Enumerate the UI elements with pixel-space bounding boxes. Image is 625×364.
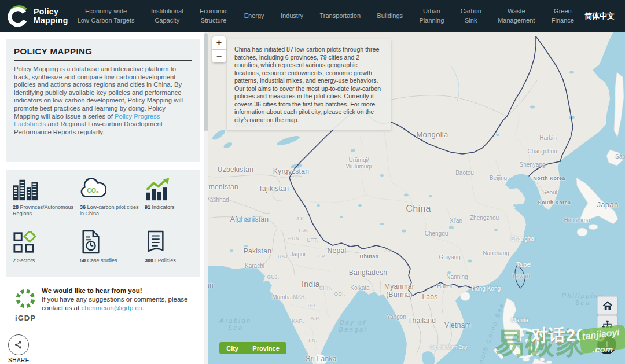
map-label-karachi: Karachi (245, 263, 264, 269)
zoom-out-button[interactable]: − (212, 50, 226, 62)
map-label-jaipur: Jaipur (290, 251, 306, 258)
nav-menu: Economy-wideLow-Carbon TargetsInstitutio… (74, 7, 584, 25)
map-label-guiyang[interactable]: Guiyang (439, 254, 460, 260)
sectors-icon (13, 227, 80, 254)
map-label-taipei: Taipei (516, 262, 531, 268)
map-label-bhutan: Bhutan (360, 253, 379, 259)
map-label-zhengzhou[interactable]: Zhengzhou (470, 215, 499, 221)
stat-label: 300+ Policies (145, 258, 200, 264)
scrollbar-thumb[interactable] (204, 33, 208, 131)
map-label-manila: Manila (511, 317, 528, 323)
map-label-ho-chi-minh-city: Ho Chi Minh City (430, 344, 467, 350)
about-box: POLICY MAPPING Policy Mapping is a datab… (6, 39, 200, 162)
about-text-pre: Policy Mapping is a database and interac… (14, 65, 183, 120)
language-switch[interactable]: 简体中文 (584, 11, 625, 21)
stat-label: 7 Sectors (13, 258, 80, 264)
home-button[interactable] (597, 296, 617, 315)
co2-cloud-icon: CO₂ (80, 174, 145, 201)
map-label-taiwan: Taiwan (512, 273, 530, 280)
city-province-toggle: City Province (219, 342, 286, 354)
map-label-a-p: A.P. (384, 248, 394, 253)
map-label-u-p: U.P. (316, 253, 326, 259)
map-label-h-p: H.P. (299, 227, 308, 233)
stat-label: 91 Indicators (145, 204, 200, 211)
map-label-mongolia: Mongolia (416, 130, 448, 139)
map-label-nepal: Nepal (328, 247, 347, 255)
case-study-icon (80, 227, 145, 254)
map-label-changchun[interactable]: Changchun (527, 148, 557, 155)
map-label-nanchang[interactable]: Nanchang (483, 250, 509, 256)
nav-item-industry[interactable]: Industry (281, 12, 303, 21)
policies-icon (145, 227, 200, 254)
nav-item-institutional-capacity[interactable]: InstitutionalCapacity (151, 7, 183, 25)
map-label-pakistan: Pakistan (244, 247, 271, 255)
nav-item-energy[interactable]: Energy (244, 12, 264, 21)
map-label-guj: GUJ. (267, 274, 280, 280)
map-label-kolkata: Kolkata (350, 285, 369, 291)
igdp-logo[interactable]: iGDP (13, 288, 38, 322)
map-label-chengdu[interactable]: Chengdu (425, 230, 448, 237)
stat-sectors: 7 Sectors (13, 227, 80, 281)
sidebar-scrollbar[interactable] (204, 32, 208, 364)
map-label-baotou[interactable]: Baotou (455, 170, 474, 176)
zoom-in-button[interactable]: + (212, 36, 226, 50)
map-label-iran: Iran (208, 281, 214, 289)
stat-provinces-autonomous-regions: 28 Provinces/Autonomous Regions (13, 174, 80, 227)
map-label-yangon: Yangon (387, 314, 406, 320)
map-label-harbin[interactable]: Harbin (539, 135, 556, 141)
logo-c-icon (7, 5, 30, 28)
top-nav: Policy Mapping Economy-wideLow-Carbon Ta… (0, 0, 625, 32)
contact-email-link[interactable]: chenmeian@igdp.cn (81, 304, 142, 311)
map-label-mumbai: Mumbai (272, 294, 293, 300)
page-title: POLICY MAPPING (6, 39, 200, 60)
stat-label: 50 Case studies (80, 258, 145, 264)
map-label-beijing[interactable]: Beijing (490, 175, 507, 181)
contact-text: We would like to hear from you! If you h… (42, 286, 201, 312)
city-toggle-button[interactable]: City (224, 345, 241, 352)
map-label-chh: CHH. (319, 285, 332, 291)
logo[interactable]: Policy Mapping (0, 5, 74, 28)
map-label-north-korea: North Korea (533, 175, 565, 181)
zoom-control: + − (212, 36, 226, 62)
nav-item-economic-structure[interactable]: EconomicStructure (200, 7, 227, 25)
map-label-hiroshima: Hiroshima (564, 217, 590, 223)
nav-item-economy-wide-low-carbon-targets[interactable]: Economy-wideLow-Carbon Targets (78, 7, 135, 25)
stat-label: 28 Provinces/Autonomous Regions (13, 204, 80, 217)
stat-label: 36 Low-carbon pilot cities in China (80, 204, 145, 217)
nav-item-green-finance[interactable]: GreenFinance (552, 7, 574, 25)
map-label-afghanistan: Afghanistan (230, 215, 269, 223)
nav-item-buildings[interactable]: Buildings (377, 12, 403, 21)
map-info-box: China has initiated 87 low-carbon pilots… (227, 39, 391, 130)
province-toggle-button[interactable]: Province (250, 345, 281, 352)
map-label-shenyang[interactable]: Shenyang (519, 161, 545, 168)
map-label-j-k: J.K. (296, 216, 306, 222)
map-label-mah: MAH. (293, 294, 307, 300)
home-icon (602, 301, 613, 311)
map-canvas[interactable]: KazakhstanMongoliaUzbekistanKyrgyzstanTa… (208, 32, 625, 364)
map-label-nanning[interactable]: Nanning (446, 274, 468, 280)
map-label-laos: Laos (422, 293, 438, 301)
about-text: Policy Mapping is a database and interac… (6, 61, 200, 141)
nav-item-transportation[interactable]: Transportation (320, 12, 361, 21)
map-label-sapporo: Sapporo (615, 153, 625, 160)
sitemap-button[interactable] (597, 315, 617, 334)
sidebar: POLICY MAPPING Policy Mapping is a datab… (0, 32, 208, 364)
nav-item-waste-management[interactable]: WasteManagement (498, 7, 535, 25)
map-label-sri-lanka: Sri Lanka (306, 355, 336, 363)
igdp-wreath-icon (14, 288, 37, 311)
share-icon (8, 334, 29, 355)
map-label-shanghai[interactable]: Shanghai (511, 236, 535, 242)
map-label-tel: TEL. (307, 303, 318, 308)
sitemap-icon (602, 320, 613, 329)
share-button[interactable]: SHARE (8, 334, 30, 363)
map-label-xi-an[interactable]: Xi'an (450, 218, 462, 224)
info-button[interactable]: i (597, 335, 616, 354)
policy-mapping-app: Policy Mapping Economy-wideLow-Carbon Ta… (0, 0, 625, 364)
nav-item-carbon-sink[interactable]: CarbonSink (461, 7, 481, 25)
nav-item-urban-planning[interactable]: UrbanPlanning (419, 7, 444, 25)
map-label-south-korea: South Korea (538, 200, 571, 205)
map-label-utt: UTT. (307, 237, 318, 243)
map-label-r-mqi-wulumuqi[interactable]: Ürümqi/ Wulumuqi (346, 157, 372, 170)
map-label-raj: RAJ. (278, 253, 289, 259)
map-label-japan: Japan (597, 200, 619, 209)
